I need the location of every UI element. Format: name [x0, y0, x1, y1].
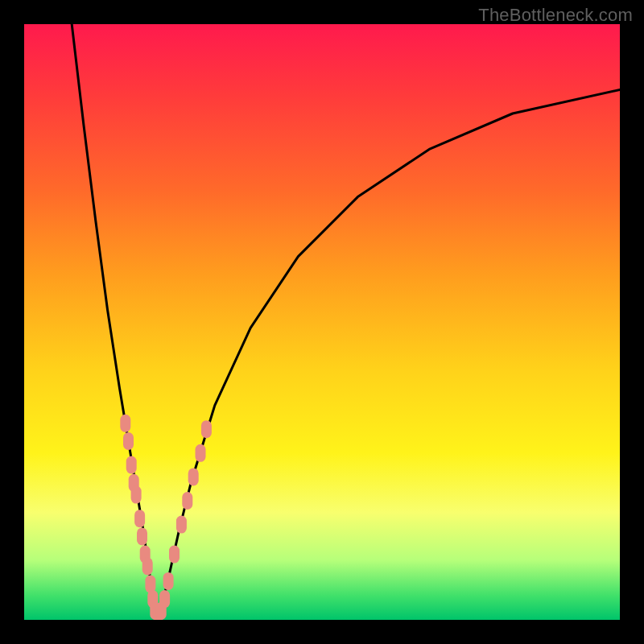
sample-dot: [188, 468, 199, 485]
sample-dot: [142, 557, 153, 575]
watermark-text: TheBottleneck.com: [478, 5, 633, 26]
sample-dot: [134, 510, 145, 527]
bottleneck-curve: [72, 24, 620, 614]
sample-dot: [159, 590, 170, 608]
sample-dot: [126, 456, 137, 474]
sample-dot: [201, 420, 212, 438]
sample-dot: [196, 444, 206, 462]
sample-dot: [169, 546, 180, 564]
sample-dot: [176, 516, 187, 534]
sample-dot: [182, 492, 192, 510]
sample-dot: [137, 527, 147, 545]
sample-dot: [120, 415, 130, 432]
bottleneck-chart: [24, 24, 620, 620]
sample-dot: [163, 572, 174, 590]
sample-dot: [123, 432, 134, 450]
chart-frame: TheBottleneck.com: [0, 0, 644, 644]
plot-area: [24, 24, 620, 620]
sample-dot: [131, 486, 142, 504]
sample-dot: [145, 576, 155, 593]
